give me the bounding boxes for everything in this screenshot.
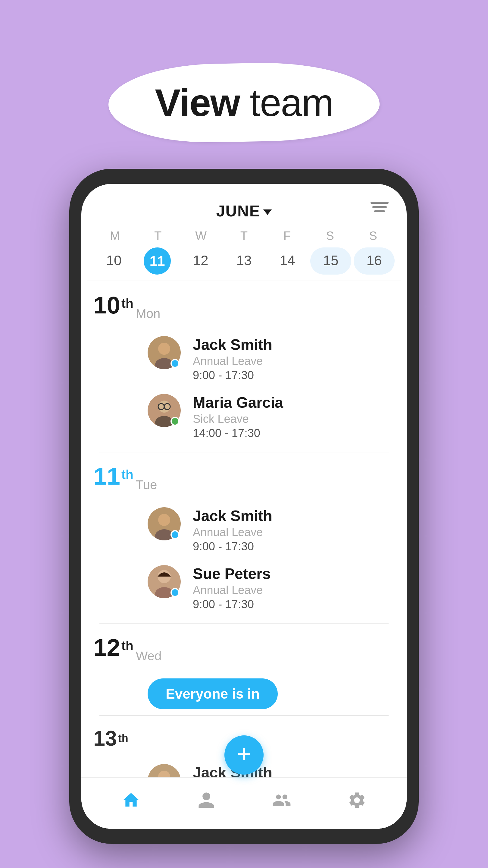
entry-jack-thu[interactable]: Jack Smith Annual Leav... <box>148 758 395 777</box>
avatar-container-jack-tue <box>148 507 181 540</box>
schedule-list[interactable]: 10 th Mon <box>82 281 407 777</box>
phone-container: JUNE M T W T F S S <box>69 169 419 844</box>
hero-title: View team <box>155 81 333 125</box>
day-labels-row: M T W T F S S <box>93 229 395 243</box>
filter-line-3 <box>374 210 385 212</box>
day-header-12: 12 th Wed <box>93 636 395 663</box>
filter-line-1 <box>370 202 389 204</box>
calendar-strip: M T W T F S S 10 11 12 13 14 15 16 <box>82 226 407 281</box>
day-numbers-row: 10 11 12 13 14 15 16 <box>93 247 395 275</box>
entry-name-maria-mon: Maria Garcia <box>193 394 395 411</box>
month-selector[interactable]: JUNE <box>216 202 272 220</box>
phone-screen: JUNE M T W T F S S <box>82 184 407 829</box>
entry-name-sue-tue: Sue Peters <box>193 565 395 583</box>
day-14[interactable]: 14 <box>267 247 308 275</box>
app-header: JUNE <box>82 184 407 226</box>
day-header-10: 10 th Mon <box>93 293 395 321</box>
filter-line-2 <box>372 206 387 208</box>
entry-type-maria-mon: Sick Leave <box>193 412 395 426</box>
day-16-weekend[interactable]: 16 <box>354 247 395 275</box>
svg-point-10 <box>158 514 170 526</box>
brush-stroke: View team <box>108 63 380 142</box>
avatar-container-maria-mon <box>148 394 181 427</box>
day-name-11: Tue <box>136 478 157 492</box>
hero-title-light: team <box>240 81 333 124</box>
entry-time-maria-mon: 14:00 - 17:30 <box>193 427 395 440</box>
everyone-in-label: Everyone is in <box>166 686 260 702</box>
day-num-big-12: 12 <box>93 636 120 660</box>
day-10[interactable]: 10 <box>93 247 134 275</box>
day-12[interactable]: 12 <box>180 247 221 275</box>
day-header-11: 11 th Tue <box>93 464 395 492</box>
day-13[interactable]: 13 <box>224 247 264 275</box>
avatar-jack-thu <box>148 764 181 777</box>
entry-type-sue-tue: Annual Leave <box>193 584 395 597</box>
status-dot-jack-tue <box>170 530 180 539</box>
avatar-svg-jack-thu <box>148 764 181 777</box>
status-dot-jack-mon <box>170 359 180 368</box>
entry-time-jack-tue: 9:00 - 17:30 <box>193 540 395 553</box>
avatar-container-jack-mon <box>148 336 181 369</box>
svg-point-1 <box>158 343 170 355</box>
entry-time-sue-tue: 9:00 - 17:30 <box>193 598 395 611</box>
entry-maria-mon[interactable]: Maria Garcia Sick Leave 14:00 - 17:30 <box>148 388 395 446</box>
entry-info-jack-mon: Jack Smith Annual Leave 9:00 - 17:30 <box>193 336 395 382</box>
day-num-big-11: 11 <box>93 464 120 489</box>
nav-item-profile[interactable] <box>187 786 226 814</box>
entry-sue-tue[interactable]: Sue Peters Annual Leave 9:00 - 17:30 <box>148 559 395 617</box>
month-label: JUNE <box>216 202 261 220</box>
day-suffix-10: th <box>121 296 133 311</box>
avatar-container-jack-thu <box>148 764 181 777</box>
day-num-big-13: 13 <box>93 728 117 749</box>
nav-item-team[interactable] <box>262 786 301 814</box>
day-suffix-12: th <box>121 639 133 653</box>
dropdown-arrow-icon[interactable] <box>263 210 272 215</box>
fab-add-button[interactable]: + <box>224 735 264 775</box>
gear-icon <box>347 789 367 811</box>
day-group-12: 12 th Wed Everyone is in <box>93 624 395 715</box>
day-label-t1: T <box>136 229 180 243</box>
day-group-11: 11 th Tue <box>93 453 395 623</box>
nav-item-home[interactable] <box>111 786 151 814</box>
day-suffix-13: th <box>118 732 128 745</box>
hero-title-bold: View <box>155 81 239 124</box>
entry-type-jack-tue: Annual Leave <box>193 526 395 539</box>
day-suffix-11: th <box>121 467 133 482</box>
bottom-navigation <box>82 777 407 829</box>
fab-plus-icon: + <box>237 742 251 766</box>
day-label-s1: S <box>308 229 352 243</box>
phone-outer: JUNE M T W T F S S <box>69 169 419 844</box>
entry-info-maria-mon: Maria Garcia Sick Leave 14:00 - 17:30 <box>193 394 395 440</box>
avatar-container-sue-tue <box>148 565 181 598</box>
person-icon <box>196 789 217 811</box>
day-group-10: 10 th Mon <box>93 281 395 452</box>
entry-info-sue-tue: Sue Peters Annual Leave 9:00 - 17:30 <box>193 565 395 611</box>
status-dot-sue-tue <box>170 588 180 597</box>
entry-info-jack-tue: Jack Smith Annual Leave 9:00 - 17:30 <box>193 507 395 553</box>
everyone-in-badge[interactable]: Everyone is in <box>148 678 278 709</box>
day-label-w: W <box>180 229 223 243</box>
entry-info-jack-thu: Jack Smith Annual Leav... <box>193 764 395 777</box>
day-label-f: F <box>265 229 308 243</box>
entry-name-jack-tue: Jack Smith <box>193 507 395 525</box>
day-name-12: Wed <box>136 649 162 663</box>
entry-jack-mon[interactable]: Jack Smith Annual Leave 9:00 - 17:30 <box>148 330 395 388</box>
day-num-big-10: 10 <box>93 293 120 317</box>
home-icon <box>121 789 141 811</box>
entry-name-jack-thu: Jack Smith <box>193 764 395 777</box>
day-label-m: M <box>93 229 136 243</box>
filter-button[interactable] <box>370 202 389 212</box>
team-icon <box>271 789 292 811</box>
entry-name-jack-mon: Jack Smith <box>193 336 395 353</box>
day-11-selected[interactable]: 11 <box>144 247 171 275</box>
entry-time-jack-mon: 9:00 - 17:30 <box>193 369 395 382</box>
entry-type-jack-mon: Annual Leave <box>193 355 395 368</box>
day-label-s2: S <box>352 229 395 243</box>
day-15-weekend[interactable]: 15 <box>310 247 351 275</box>
day-name-10: Mon <box>136 307 161 321</box>
entry-jack-tue[interactable]: Jack Smith Annual Leave 9:00 - 17:30 <box>148 501 395 559</box>
status-dot-maria-mon <box>170 417 180 426</box>
nav-item-settings[interactable] <box>337 786 377 814</box>
day-label-t2: T <box>223 229 266 243</box>
